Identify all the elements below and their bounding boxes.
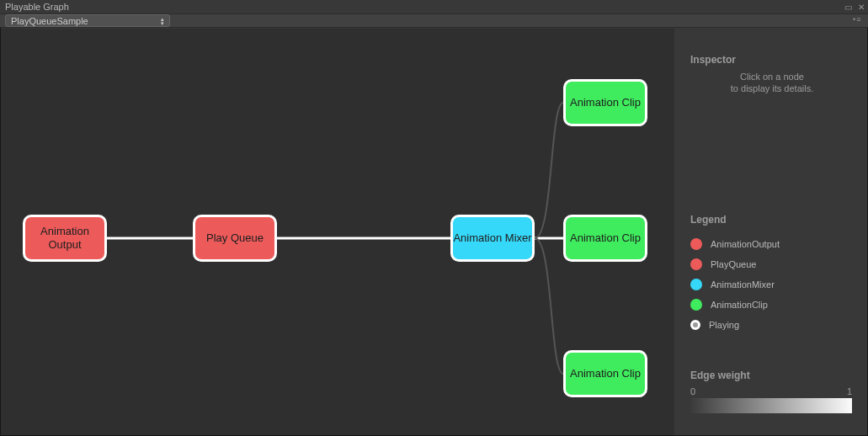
legend-item: AnimationMixer — [690, 274, 859, 295]
legend-label: AnimationMixer — [711, 279, 775, 290]
inspector-section: Inspector Click on a node to display its… — [675, 29, 867, 95]
edge-weight-heading: Edge weight — [690, 370, 852, 381]
legend-item: PlayQueue — [690, 254, 859, 274]
color-swatch — [690, 258, 702, 270]
color-swatch — [690, 238, 702, 250]
edge-weight-ramp — [690, 398, 852, 413]
edge-weight-section: Edge weight 0 1 — [690, 370, 852, 413]
edge-weight-min: 0 — [690, 386, 695, 396]
legend-label: AnimationClip — [711, 300, 768, 310]
legend-item: AnimationClip — [690, 295, 859, 315]
window-title: Playable Graph — [5, 2, 69, 12]
node-label: Play Queue — [206, 231, 264, 245]
legend-section: Legend AnimationOutput PlayQueue Animati… — [690, 214, 859, 335]
close-icon[interactable]: ✕ — [855, 0, 868, 13]
graph-canvas[interactable]: Animation Output Play Queue Animation Mi… — [1, 29, 674, 435]
node-play-queue[interactable]: Play Queue — [193, 215, 277, 262]
node-label: Animation Output — [25, 225, 104, 253]
legend-label: AnimationOutput — [711, 239, 780, 249]
legend-item: Playing — [690, 315, 859, 335]
node-label: Animation Clip — [570, 367, 641, 380]
inspector-heading: Inspector — [690, 54, 854, 66]
minimize-icon[interactable]: ▭ — [841, 0, 855, 13]
legend-label: Playing — [709, 320, 739, 330]
inspector-hint: Click on a node to display its details. — [690, 71, 854, 95]
node-label: Animation Mixer — [453, 231, 531, 245]
context-menu-icon[interactable]: •≡ — [853, 15, 865, 25]
color-swatch — [690, 279, 702, 290]
node-animation-clip[interactable]: Animation Clip — [563, 350, 647, 397]
node-animation-output[interactable]: Animation Output — [23, 215, 107, 262]
graph-select-dropdown[interactable]: PlayQueueSample ▴▾ — [5, 14, 170, 27]
edge-weight-max: 1 — [847, 386, 852, 396]
node-label: Animation Clip — [570, 96, 641, 109]
color-swatch — [690, 299, 702, 311]
ring-swatch — [690, 320, 700, 330]
node-animation-mixer[interactable]: Animation Mixer — [450, 215, 535, 262]
chevron-updown-icon: ▴▾ — [161, 15, 164, 26]
legend-heading: Legend — [690, 214, 859, 226]
titlebar: Playable Graph ▭ ✕ — [0, 0, 868, 14]
dropdown-value: PlayQueueSample — [11, 16, 88, 26]
node-animation-clip[interactable]: Animation Clip — [563, 215, 647, 262]
node-animation-clip[interactable]: Animation Clip — [563, 79, 647, 126]
legend-item: AnimationOutput — [690, 234, 859, 254]
side-panel: Inspector Click on a node to display its… — [675, 29, 867, 435]
toolbar: PlayQueueSample ▴▾ — [0, 14, 868, 28]
node-label: Animation Clip — [570, 231, 641, 245]
legend-label: PlayQueue — [711, 259, 756, 269]
